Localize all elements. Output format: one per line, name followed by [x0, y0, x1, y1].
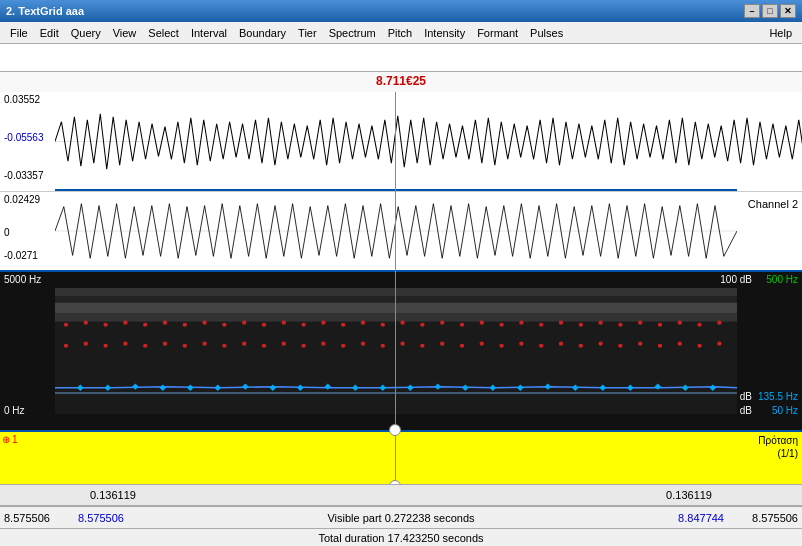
svg-point-40 [678, 321, 682, 325]
close-button[interactable]: ✕ [780, 4, 796, 18]
menu-select[interactable]: Select [142, 25, 185, 41]
menu-file[interactable]: File [4, 25, 34, 41]
menu-spectrum[interactable]: Spectrum [323, 25, 382, 41]
channel1-area: 0.03552 -0.05563 -0.03357 Channel 1 [0, 92, 802, 192]
window-controls: – □ ✕ [744, 4, 796, 18]
svg-point-24 [361, 321, 365, 325]
svg-point-69 [579, 344, 583, 348]
tg-row1-label: Πρόταση(1/1) [758, 434, 798, 460]
menu-pitch[interactable]: Pitch [382, 25, 418, 41]
svg-point-31 [499, 323, 503, 327]
ch1-val-mid: -0.05563 [4, 132, 43, 143]
svg-point-25 [381, 323, 385, 327]
svg-point-26 [400, 321, 404, 325]
svg-point-71 [618, 344, 622, 348]
svg-point-22 [321, 321, 325, 325]
channel2-area: 0.02429 0 -0.0271 Channel 2 [0, 192, 802, 272]
svg-point-57 [341, 344, 345, 348]
svg-point-73 [658, 344, 662, 348]
svg-point-12 [123, 321, 127, 325]
svg-point-37 [618, 323, 622, 327]
menu-formant[interactable]: Formant [471, 25, 524, 41]
spec-freq-bottom: 0 Hz [4, 405, 25, 416]
svg-point-60 [400, 342, 404, 346]
svg-point-49 [183, 344, 187, 348]
menu-help[interactable]: Help [763, 25, 798, 41]
text-input[interactable] [6, 48, 796, 60]
svg-point-45 [103, 344, 107, 348]
svg-point-76 [717, 342, 721, 346]
main-area: 8.711€25 0.03552 -0.05563 -0.03357 Chann… [0, 72, 802, 484]
svg-point-30 [480, 321, 484, 325]
svg-rect-5 [55, 288, 737, 296]
svg-point-17 [222, 323, 226, 327]
svg-point-68 [559, 342, 563, 346]
spec-hz-right1: 135.5 Hz [758, 391, 798, 402]
svg-point-47 [143, 344, 147, 348]
svg-point-38 [638, 321, 642, 325]
svg-point-33 [539, 323, 543, 327]
spec-freq-top-right: 500 Hz [766, 274, 798, 285]
svg-point-14 [163, 321, 167, 325]
status-left-blue: 8.575506 [78, 512, 124, 524]
spectrogram-canvas [55, 288, 737, 414]
textgrid-row1[interactable]: ⊕ 1 Πρόταση(1/1) [0, 432, 802, 484]
svg-point-75 [697, 344, 701, 348]
tg-row1-number: ⊕ 1 [2, 434, 18, 445]
svg-point-70 [598, 342, 602, 346]
svg-point-18 [242, 321, 246, 325]
svg-point-23 [341, 323, 345, 327]
window-title: 2. TextGrid aaa [6, 5, 744, 17]
ch1-val-top: 0.03552 [4, 94, 40, 105]
svg-point-63 [460, 344, 464, 348]
svg-point-67 [539, 344, 543, 348]
svg-point-65 [499, 344, 503, 348]
ch2-val-zero: 0 [4, 227, 10, 238]
menu-edit[interactable]: Edit [34, 25, 65, 41]
svg-point-59 [381, 344, 385, 348]
ch2-val-bot: -0.0271 [4, 250, 38, 261]
svg-point-13 [143, 323, 147, 327]
svg-point-42 [717, 321, 721, 325]
svg-point-58 [361, 342, 365, 346]
svg-point-21 [301, 323, 305, 327]
svg-point-41 [697, 323, 701, 327]
spec-hz-right2: 50 Hz [772, 405, 798, 416]
status-bar: 8.575506 8.575506 Visible part 0.272238 … [0, 506, 802, 528]
svg-point-16 [202, 321, 206, 325]
cursor-circle-top [389, 424, 401, 436]
ch1-val-bot: -0.03357 [4, 170, 43, 181]
svg-point-9 [64, 323, 68, 327]
svg-point-36 [598, 321, 602, 325]
menu-intensity[interactable]: Intensity [418, 25, 471, 41]
ruler-label-left: 0.136119 [90, 489, 136, 501]
menu-tier[interactable]: Tier [292, 25, 323, 41]
svg-point-10 [84, 321, 88, 325]
svg-point-62 [440, 342, 444, 346]
menu-pulses[interactable]: Pulses [524, 25, 569, 41]
svg-point-64 [480, 342, 484, 346]
channel1-waveform [55, 92, 802, 191]
svg-point-46 [123, 342, 127, 346]
text-input-area[interactable] [0, 44, 802, 72]
svg-point-48 [163, 342, 167, 346]
spectrogram-area: 5000 Hz 100 dB 500 Hz 0 Hz 135.5 Hz 50 H… [0, 272, 802, 432]
svg-point-20 [282, 321, 286, 325]
menu-query[interactable]: Query [65, 25, 107, 41]
svg-point-28 [440, 321, 444, 325]
svg-point-72 [638, 342, 642, 346]
status-right-blue: 8.847744 [678, 512, 724, 524]
svg-point-51 [222, 344, 226, 348]
menu-boundary[interactable]: Boundary [233, 25, 292, 41]
svg-point-43 [64, 344, 68, 348]
svg-point-66 [519, 342, 523, 346]
channel2-label: Channel 2 [748, 198, 798, 210]
svg-point-32 [519, 321, 523, 325]
maximize-button[interactable]: □ [762, 4, 778, 18]
menu-interval[interactable]: Interval [185, 25, 233, 41]
spec-db-top: 100 dB [720, 274, 752, 285]
status-center: Visible part 0.272238 seconds [124, 512, 678, 524]
menu-view[interactable]: View [107, 25, 143, 41]
minimize-button[interactable]: – [744, 4, 760, 18]
svg-point-29 [460, 323, 464, 327]
